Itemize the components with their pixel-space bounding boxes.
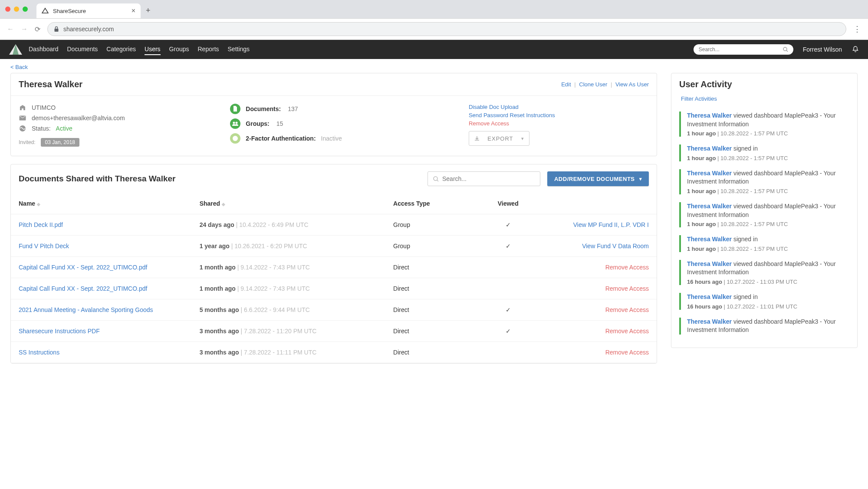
nav-link-categories[interactable]: Categories [106, 44, 136, 55]
activity-user-link[interactable]: Theresa Walker [687, 293, 732, 300]
document-link[interactable]: SS Instructions [19, 349, 59, 356]
document-link[interactable]: Capital Call Fund XX - Sept. 2022_UTIMCO… [19, 264, 147, 271]
check-icon: ✓ [506, 306, 511, 313]
remove-access-link[interactable]: Remove Access [469, 120, 649, 127]
nav-reload-icon[interactable]: ⟳ [35, 25, 40, 33]
document-link[interactable]: Fund V Pitch Deck [19, 243, 69, 249]
documents-search-input[interactable] [442, 175, 535, 182]
row-action-link[interactable]: Remove Access [605, 285, 649, 292]
activity-user-link[interactable]: Theresa Walker [687, 203, 732, 210]
activity-user-link[interactable]: Theresa Walker [687, 112, 732, 119]
svg-point-4 [783, 47, 787, 51]
row-action-link[interactable]: Remove Access [605, 264, 649, 271]
view-as-user-link[interactable]: View As User [615, 81, 649, 88]
table-row: Sharesecure Instructions PDF3 months ago… [11, 321, 657, 342]
svg-line-5 [786, 50, 788, 52]
back-link[interactable]: < Back [10, 64, 28, 70]
activity-title: User Activity [679, 79, 849, 89]
window-maximize[interactable] [23, 7, 28, 12]
twofa-icon [230, 133, 240, 144]
row-action-link[interactable]: Remove Access [605, 349, 649, 356]
nav-link-users[interactable]: Users [145, 44, 161, 55]
row-action-link[interactable]: Remove Access [605, 328, 649, 335]
row-action-link[interactable]: View Fund V Data Room [582, 243, 649, 249]
activity-user-link[interactable]: Theresa Walker [687, 260, 732, 267]
document-link[interactable]: Capital Call Fund XX - Sept. 2022_UTIMCO… [19, 285, 147, 292]
twofa-status: Inactive [321, 135, 342, 142]
search-icon [783, 47, 788, 52]
nav-link-reports[interactable]: Reports [198, 44, 219, 55]
filter-activities-link[interactable]: Filter Activities [671, 94, 857, 107]
activity-item: Theresa Walker viewed dashboard MaplePea… [679, 260, 853, 285]
user-activity-card: User Activity Filter Activities Theresa … [671, 73, 858, 348]
nav-link-groups[interactable]: Groups [169, 44, 189, 55]
nav-link-settings[interactable]: Settings [228, 44, 250, 55]
activity-text: signed in [733, 145, 758, 152]
activity-user-link[interactable]: Theresa Walker [687, 145, 732, 152]
document-link[interactable]: Sharesecure Instructions PDF [19, 328, 100, 335]
row-action-link[interactable]: Remove Access [605, 306, 649, 313]
current-user-name[interactable]: Forrest Wilson [803, 46, 842, 53]
row-action-link[interactable]: View MP Fund II, L.P. VDR I [573, 221, 649, 228]
org-icon [19, 104, 26, 112]
user-name-title: Theresa Walker [19, 79, 82, 89]
activity-user-link[interactable]: Theresa Walker [687, 318, 732, 325]
notifications-icon[interactable] [852, 46, 859, 53]
activity-timestamp: | 10.28.2022 - 1:57 PM UTC [717, 221, 788, 227]
edit-user-link[interactable]: Edit [561, 81, 571, 88]
browser-menu-icon[interactable]: ⋮ [853, 24, 861, 34]
document-link[interactable]: 2021 Annual Meeting - Avalanche Sporting… [19, 306, 153, 313]
browser-chrome: ShareSecure × + ← → ⟳ sharesecurely.com … [0, 0, 868, 40]
table-row: Pitch Deck II.pdf24 days ago | 10.4.2022… [11, 214, 657, 236]
nav-link-dashboard[interactable]: Dashboard [29, 44, 59, 55]
activity-timestamp: | 10.28.2022 - 1:57 PM UTC [717, 188, 788, 194]
groups-icon [230, 118, 240, 129]
send-reset-link[interactable]: Send Password Reset Instructions [469, 112, 649, 118]
nav-forward-icon[interactable]: → [21, 25, 28, 33]
col-shared[interactable]: Shared◆ [192, 193, 385, 214]
shared-date: | 10.4.2022 - 6:49 PM UTC [236, 221, 309, 228]
tab-close-icon[interactable]: × [132, 7, 135, 15]
nav-link-documents[interactable]: Documents [67, 44, 98, 55]
svg-rect-1 [55, 29, 59, 32]
access-type: Group [385, 214, 476, 236]
viewed-cell [476, 342, 540, 363]
shared-ago: 3 months ago [200, 328, 239, 335]
groups-count: 15 [276, 120, 283, 127]
url-input[interactable]: sharesecurely.com [47, 22, 846, 36]
global-search-input[interactable] [699, 46, 779, 53]
activity-item: Theresa Walker signed in16 hours ago | 1… [679, 293, 853, 310]
window-close[interactable] [5, 7, 10, 12]
add-docs-label: ADD/REMOVE DOCUMENTS [554, 176, 635, 182]
chevron-down-icon: ▾ [639, 176, 642, 182]
activity-text: signed in [733, 236, 758, 243]
add-remove-documents-button[interactable]: ADD/REMOVE DOCUMENTS ▾ [547, 171, 649, 186]
svg-point-10 [233, 136, 238, 141]
activity-item: Theresa Walker viewed dashboard MaplePea… [679, 318, 853, 335]
nav-back-icon[interactable]: ← [7, 25, 14, 33]
access-type: Direct [385, 257, 476, 278]
col-access: Access Type [385, 193, 476, 214]
disable-upload-link[interactable]: Disable Doc Upload [469, 104, 649, 110]
browser-tab[interactable]: ShareSecure × [36, 3, 141, 18]
viewed-cell: ✓ [476, 236, 540, 257]
window-minimize[interactable] [14, 7, 19, 12]
col-name[interactable]: Name◆ [11, 193, 192, 214]
activity-ago: 16 hours ago [687, 303, 722, 310]
export-button[interactable]: EXPORT ▾ [469, 131, 529, 146]
new-tab-button[interactable]: + [146, 6, 151, 15]
viewed-cell: ✓ [476, 299, 540, 321]
sort-icon: ◆ [37, 202, 40, 207]
window-controls [5, 7, 28, 12]
app-logo-icon[interactable] [5, 43, 26, 56]
activity-user-link[interactable]: Theresa Walker [687, 236, 732, 243]
activity-user-link[interactable]: Theresa Walker [687, 170, 732, 177]
col-viewed: Viewed [476, 193, 540, 214]
documents-search[interactable] [427, 171, 540, 186]
svg-point-9 [236, 122, 238, 124]
clone-user-link[interactable]: Clone User [579, 81, 607, 88]
access-type: Direct [385, 299, 476, 321]
global-search[interactable] [694, 44, 793, 55]
document-link[interactable]: Pitch Deck II.pdf [19, 221, 63, 228]
tab-title: ShareSecure [53, 8, 127, 14]
